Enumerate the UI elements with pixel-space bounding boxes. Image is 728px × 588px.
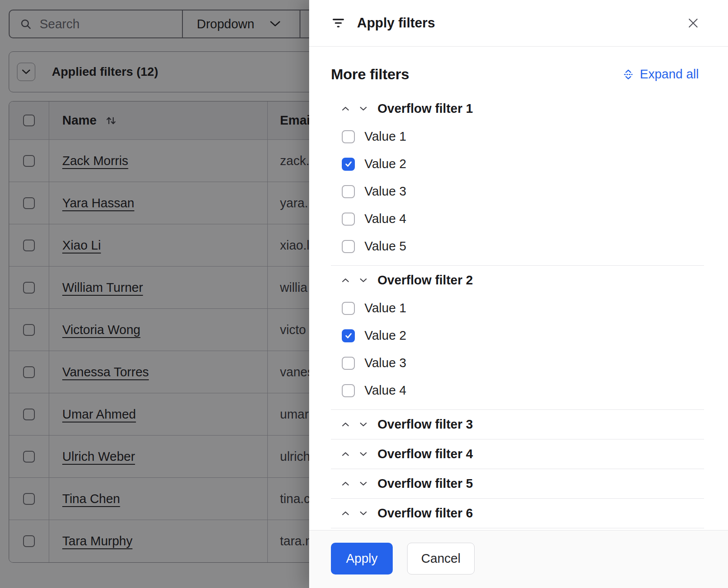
chevron-down-icon (360, 278, 367, 283)
cancel-button[interactable]: Cancel (407, 543, 475, 574)
filter-option-row[interactable]: Value 3 (331, 178, 704, 205)
filter-options: Value 1 Value 2 Value 3 Va (331, 123, 704, 265)
apply-button[interactable]: Apply (331, 543, 393, 574)
chevron-up-icon (342, 278, 349, 283)
expand-all-icon (623, 69, 634, 80)
filter-section: Overflow filter 5 (331, 469, 704, 499)
panel-body: More filters Expand all (309, 47, 728, 530)
filter-section-header[interactable]: Overflow filter 6 (331, 499, 704, 528)
filter-section-label: Overflow filter 4 (377, 447, 473, 461)
filter-option-row[interactable]: Value 4 (331, 377, 704, 404)
filter-section-header[interactable]: Overflow filter 4 (331, 439, 704, 469)
filter-section-header[interactable]: Overflow filter 1 (331, 94, 704, 123)
filter-option-row[interactable]: Value 5 (331, 233, 704, 260)
filter-option-label: Value 4 (364, 212, 406, 226)
filter-option-checkbox[interactable] (342, 329, 355, 342)
filter-section-header[interactable]: Overflow filter 2 (331, 266, 704, 294)
panel-footer: Apply Cancel (309, 530, 728, 588)
filter-option-label: Value 5 (364, 239, 406, 253)
filter-section-label: Overflow filter 6 (377, 506, 473, 520)
chevron-up-icon (342, 452, 349, 456)
check-icon (344, 160, 353, 168)
filter-option-checkbox[interactable] (342, 130, 355, 143)
filter-option-label: Value 2 (364, 157, 406, 171)
filter-option-checkbox[interactable] (342, 357, 355, 370)
filter-option-row[interactable]: Value 2 (331, 150, 704, 178)
apply-filters-panel: Apply filters More filters (309, 0, 728, 588)
filter-section: Overflow filter 6 (331, 499, 704, 528)
filter-option-checkbox[interactable] (342, 302, 355, 315)
filter-options: Value 1 Value 2 Value 3 Va (331, 294, 704, 409)
filter-section-label: Overflow filter 1 (377, 101, 473, 116)
more-filters-heading: More filters (331, 66, 409, 83)
filter-option-label: Value 1 (364, 301, 406, 315)
filter-section: Overflow filter 3 (331, 410, 704, 439)
chevron-down-icon (360, 422, 367, 427)
filter-section-header[interactable]: Overflow filter 3 (331, 410, 704, 439)
close-button[interactable] (685, 15, 701, 31)
filter-section-label: Overflow filter 3 (377, 417, 473, 432)
filter-option-checkbox[interactable] (342, 384, 355, 397)
filter-section: Overflow filter 2 Value 1 Value 2 (331, 266, 704, 410)
filter-option-row[interactable]: Value 3 (331, 349, 704, 377)
filter-option-row[interactable]: Value 4 (331, 205, 704, 233)
panel-title: Apply filters (357, 15, 435, 31)
filter-option-label: Value 2 (364, 328, 406, 343)
filter-section-header[interactable]: Overflow filter 5 (331, 469, 704, 498)
chevron-down-icon (360, 452, 367, 456)
filter-option-row[interactable]: Value 1 (331, 123, 704, 150)
filter-option-checkbox[interactable] (342, 240, 355, 253)
filter-option-row[interactable]: Value 1 (331, 294, 704, 322)
filter-option-checkbox[interactable] (342, 185, 355, 198)
filter-section: Overflow filter 4 (331, 439, 704, 469)
filter-option-row[interactable]: Value 2 (331, 322, 704, 349)
filter-sections: Overflow filter 1 Value 1 Value 2 (331, 94, 704, 528)
filter-option-checkbox[interactable] (342, 158, 355, 171)
chevron-up-icon (342, 422, 349, 427)
expand-all-label: Expand all (640, 67, 699, 81)
filter-option-label: Value 3 (364, 184, 406, 199)
panel-header: Apply filters (309, 0, 728, 47)
filter-option-label: Value 1 (364, 129, 406, 144)
expand-all-button[interactable]: Expand all (620, 67, 701, 82)
chevron-down-icon (360, 106, 367, 111)
chevron-down-icon (360, 481, 367, 486)
screen: Dropdown Applied filters (12) (0, 0, 728, 588)
check-icon (344, 331, 353, 340)
filter-option-label: Value 3 (364, 356, 406, 370)
chevron-up-icon (342, 511, 349, 516)
chevron-up-icon (342, 481, 349, 486)
more-filters-row: More filters Expand all (331, 66, 704, 83)
filter-section: Overflow filter 1 Value 1 Value 2 (331, 94, 704, 266)
filter-option-checkbox[interactable] (342, 213, 355, 226)
chevron-up-icon (342, 106, 349, 111)
filter-icon (332, 18, 345, 28)
chevron-down-icon (360, 511, 367, 516)
close-icon (687, 17, 699, 29)
filter-section-label: Overflow filter 2 (377, 273, 473, 287)
filter-option-label: Value 4 (364, 383, 406, 398)
filter-section-label: Overflow filter 5 (377, 476, 473, 491)
